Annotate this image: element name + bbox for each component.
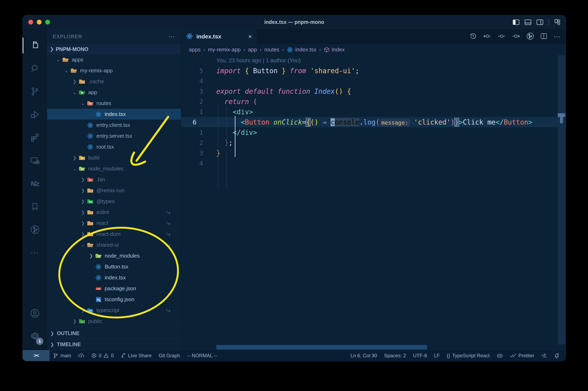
line-number[interactable]: 2 [181, 139, 216, 146]
status-live-share[interactable]: Live Share [117, 350, 155, 361]
breadcrumb-app[interactable]: app [248, 46, 257, 53]
status-indentation[interactable]: Spaces: 2 [381, 350, 409, 361]
status-sync[interactable] [75, 350, 88, 361]
line-number[interactable]: 4 [181, 77, 216, 85]
chevron-right-icon[interactable]: ❯ [71, 319, 78, 324]
gitlens-graph-icon[interactable] [526, 32, 534, 41]
tree-item-index-tsx[interactable]: index.tsx [47, 272, 181, 283]
chevron-right-icon[interactable]: ❯ [71, 79, 78, 84]
breadcrumb-index[interactable]: Index [324, 46, 345, 53]
line-number[interactable]: 4 [181, 160, 216, 167]
tree-item--remix-run[interactable]: ❯@remix-run [47, 185, 181, 196]
customize-layout-icon[interactable] [554, 19, 561, 25]
activitybar-search-icon[interactable] [23, 57, 47, 80]
tree-item--types[interactable]: ❯TS@types [47, 196, 181, 207]
status-copilot[interactable] [493, 350, 506, 361]
tree-item-app[interactable]: ⌄⚙app [47, 87, 181, 98]
breadcrumb-routes[interactable]: routes [264, 46, 279, 53]
line-number[interactable]: 1 [181, 108, 216, 115]
toggle-secondary-sidebar-icon[interactable] [537, 19, 543, 25]
vertical-scrollbar[interactable] [558, 55, 565, 345]
tree-item-entry-server-tsx[interactable]: entry.server.tsx [47, 130, 181, 141]
prev-change-icon[interactable] [483, 33, 491, 40]
remote-indicator[interactable]: >< [23, 350, 50, 361]
tree-item-react[interactable]: ❯react [47, 218, 181, 229]
tree-item-my-remix-app[interactable]: ⌄my-remix-app [47, 65, 181, 76]
chevron-right-icon[interactable]: ❯ [79, 188, 87, 193]
tree-item-eslint[interactable]: ❯eslint [47, 207, 181, 218]
tree-item-routes[interactable]: ⌄⦿routes [47, 98, 181, 109]
outline-section-header[interactable]: ❯ OUTLINE [47, 328, 181, 339]
tree-item-package-json[interactable]: npmpackage.json [47, 283, 181, 294]
tree-item-node-modules[interactable]: ⌄JSnode_modules [47, 163, 181, 174]
chevron-down-icon[interactable]: ⌄ [54, 57, 62, 62]
toggle-sidebar-icon[interactable] [513, 19, 519, 25]
timeline-history-icon[interactable] [470, 32, 477, 41]
chevron-down-icon[interactable]: ⌄ [63, 68, 70, 73]
status-vim-mode[interactable]: -- NORMAL -- [184, 350, 221, 361]
activitybar-settings-icon[interactable]: 1 [23, 325, 47, 348]
line-number[interactable]: 1 [181, 129, 216, 136]
activitybar-account-icon[interactable] [23, 302, 47, 325]
tree-item--bin[interactable]: ❯01.bin [47, 174, 181, 185]
chevron-right-icon[interactable]: ❯ [79, 210, 87, 215]
activitybar-nx-console-icon[interactable]: N≥ [23, 172, 47, 195]
chevron-right-icon[interactable]: ❯ [87, 253, 95, 258]
tree-item--cache[interactable]: ❯.cache [47, 76, 181, 87]
breadcrumb-index-tsx[interactable]: index.tsx [287, 46, 316, 53]
tree-item-apps[interactable]: ⌄apps [47, 54, 181, 65]
tree-item-public[interactable]: ❯☺public [47, 316, 181, 327]
tree-item-node-modules[interactable]: ❯JSnode_modules [47, 250, 181, 261]
tree-item-react-dom[interactable]: ❯react-dom [47, 229, 181, 239]
chevron-right-icon[interactable]: ❯ [79, 308, 87, 313]
toggle-panel-icon[interactable] [525, 19, 531, 25]
tree-item-shared-ui[interactable]: ⌄shared-ui [47, 239, 181, 250]
line-number[interactable]: 3 [181, 149, 216, 157]
activitybar-explorer-icon[interactable] [23, 34, 47, 57]
workspace-section-header[interactable]: ❯ PNPM-MONO [47, 44, 181, 54]
status-language-mode[interactable]: {}TypeScript React [443, 350, 493, 361]
tree-item-index-tsx[interactable]: index.tsx [47, 109, 181, 120]
activitybar-run-debug-icon[interactable] [23, 103, 47, 126]
current-change-icon[interactable] [497, 33, 506, 40]
status-problems[interactable]: 00 [88, 350, 117, 361]
chevron-right-icon[interactable]: ❯ [79, 221, 87, 226]
line-number[interactable]: 5 [181, 67, 216, 74]
activitybar-gitlens-icon[interactable] [23, 218, 47, 241]
activitybar-extensions-icon[interactable] [23, 126, 47, 149]
more-actions-icon[interactable]: ⋯ [553, 32, 561, 41]
status-cursor-position[interactable]: Ln 6, Col 30 [347, 350, 381, 361]
close-tab-icon[interactable]: × [248, 33, 252, 40]
activitybar-remote-explorer-icon[interactable] [23, 149, 47, 172]
explorer-more-actions-icon[interactable]: ⋯ [169, 33, 175, 40]
line-number[interactable]: 2 [181, 98, 216, 105]
activitybar-source-control-icon[interactable] [23, 80, 47, 103]
tab-index-tsx[interactable]: index.tsx × [181, 29, 257, 44]
timeline-section-header[interactable]: ❯ TIMELINE [47, 339, 181, 350]
breadcrumb-apps[interactable]: apps [189, 46, 200, 53]
chevron-right-icon[interactable]: ❯ [79, 232, 87, 237]
tree-item-build[interactable]: ❯⚙build [47, 152, 181, 163]
next-change-icon[interactable] [512, 33, 520, 40]
status-formatter[interactable]: Prettier [506, 350, 538, 361]
status-encoding[interactable]: UTF-8 [409, 350, 430, 361]
status-liveshare-contact[interactable] [538, 350, 551, 361]
activitybar-bookmarks-icon[interactable] [23, 195, 47, 218]
minimize-window-button[interactable] [37, 20, 42, 24]
tree-item-button-tsx[interactable]: Button.tsx [47, 261, 181, 272]
tree-item-tsconfig-json[interactable]: TStsconfig.json [47, 294, 181, 305]
breadcrumb-my-remix-app[interactable]: my-remix-app [208, 46, 241, 53]
chevron-down-icon[interactable]: ⌄ [79, 101, 87, 106]
tree-item-root-tsx[interactable]: root.tsx [47, 141, 181, 152]
tree-item-typescript[interactable]: ❯TStypescript [47, 305, 181, 316]
line-number[interactable]: 6 [181, 118, 216, 126]
chevron-right-icon[interactable]: ❯ [79, 199, 87, 204]
status-branch[interactable]: main [50, 350, 75, 361]
tree-item-entry-client-tsx[interactable]: entry.client.tsx [47, 120, 181, 130]
line-number[interactable]: 3 [181, 88, 216, 95]
chevron-down-icon[interactable]: ⌄ [71, 90, 78, 95]
close-window-button[interactable] [28, 20, 33, 24]
horizontal-scrollbar[interactable] [216, 345, 427, 349]
chevron-down-icon[interactable]: ⌄ [71, 166, 78, 171]
status-eol[interactable]: LF [430, 350, 443, 361]
